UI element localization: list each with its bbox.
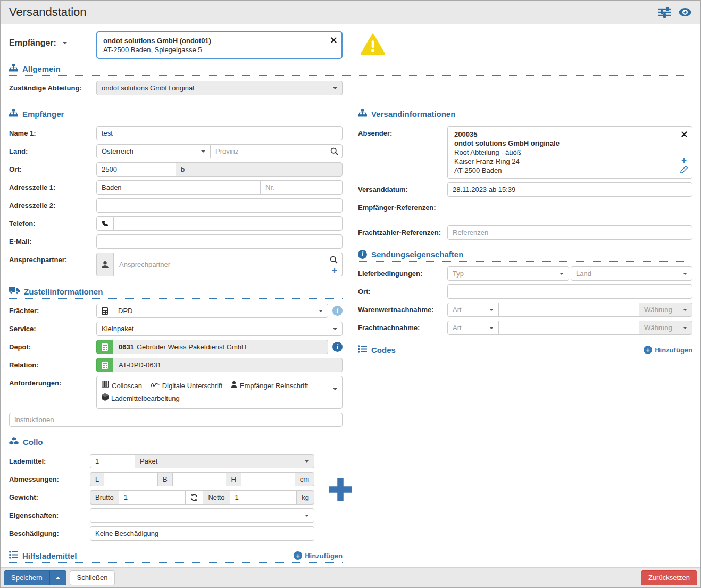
add-link-label: Hinzufügen xyxy=(655,346,692,354)
relation-label: Relation: xyxy=(9,358,96,372)
freight-cod-type-select[interactable]: Art xyxy=(447,321,499,335)
chevron-down-icon xyxy=(305,460,309,463)
country-select[interactable]: Österreich xyxy=(96,144,211,158)
art-placeholder: Art xyxy=(453,324,462,332)
chevron-down-icon xyxy=(683,309,687,311)
box-icon xyxy=(102,392,109,405)
add-contact-icon[interactable]: + xyxy=(332,266,337,275)
cubes-icon xyxy=(9,437,19,447)
recipient-label: Empfänger: xyxy=(9,38,56,48)
sender-street: Kaiser Franz-Ring 24 xyxy=(454,157,676,166)
footer-bar: Speichern Schließen Zurücksetzen xyxy=(1,567,700,587)
recipient-summary-box[interactable]: ondot solutions GmbH (ondot01) AT-2500 B… xyxy=(96,31,343,59)
goods-value-type-select[interactable]: Art xyxy=(447,303,499,317)
depot-code: 0631 xyxy=(119,343,134,351)
net-weight-input[interactable] xyxy=(230,490,297,505)
net-addon: Netto xyxy=(203,490,230,505)
terms-ort-input[interactable] xyxy=(447,284,692,299)
city-input[interactable] xyxy=(176,162,343,177)
requirements-multiselect[interactable]: Colloscan Digitale Unterschrift xyxy=(96,376,343,409)
recipient-address: AT-2500 Baden, Spiegelgasse 5 xyxy=(103,45,326,54)
province-input[interactable] xyxy=(210,144,343,158)
service-select[interactable]: Kleinpaket xyxy=(96,322,343,336)
delivery-terms-type-select[interactable]: Typ xyxy=(447,266,569,281)
width-addon: B xyxy=(157,472,173,486)
contact-label: Ansprechpartner: xyxy=(9,253,96,276)
carrier-label: Frächter: xyxy=(9,304,96,318)
sender-summary-box: 200035 ondot solutions GmbH originale Ro… xyxy=(447,126,692,179)
close-icon[interactable] xyxy=(331,37,337,45)
gross-weight-input[interactable] xyxy=(119,490,186,505)
calculator-icon xyxy=(96,304,113,318)
chevron-down-icon xyxy=(489,327,494,329)
phone-input[interactable] xyxy=(113,216,343,231)
department-select[interactable]: ondot solutions GmbH original xyxy=(96,81,343,95)
department-value: ondot solutions GmbH original xyxy=(102,84,194,92)
load-unit-type-select[interactable]: Paket xyxy=(135,454,314,468)
save-options-button[interactable] xyxy=(49,570,66,585)
info-icon[interactable]: i xyxy=(332,342,343,352)
freight-cod-amount-input[interactable] xyxy=(498,321,639,335)
info-icon: i xyxy=(358,250,367,259)
width-input[interactable] xyxy=(172,472,227,486)
carrier-select[interactable]: DPD xyxy=(113,304,328,318)
chevron-down-icon xyxy=(201,150,205,153)
eye-icon[interactable] xyxy=(678,7,692,17)
sliders-icon[interactable] xyxy=(658,7,672,18)
damage-label: Beschädigung: xyxy=(9,526,90,541)
requirement-item: Digitale Unterschrift xyxy=(151,380,222,392)
street-number-input[interactable] xyxy=(260,180,343,195)
service-value: Kleinpaket xyxy=(102,325,134,333)
section-empfaenger: Empfänger xyxy=(9,107,343,121)
gross-addon: Brutto xyxy=(90,490,119,505)
reset-button[interactable]: Zurücksetzen xyxy=(641,570,697,585)
search-icon[interactable] xyxy=(330,147,338,157)
email-input[interactable] xyxy=(96,234,343,249)
requirement-text: Digitale Unterschrift xyxy=(162,380,222,392)
info-icon[interactable]: i xyxy=(332,306,343,316)
name1-input[interactable] xyxy=(96,126,343,140)
properties-select[interactable] xyxy=(90,508,314,523)
close-button[interactable]: Schließen xyxy=(70,570,115,585)
goods-value-currency-select[interactable]: Währung xyxy=(639,303,692,317)
address2-input[interactable] xyxy=(96,198,343,213)
length-input[interactable] xyxy=(104,472,158,486)
requirement-item: Empfänger Reinschrift xyxy=(231,380,308,392)
recipient-references-label: Empfänger-Referenzen: xyxy=(358,200,447,222)
close-icon[interactable] xyxy=(681,131,687,139)
delivery-terms-country-select[interactable]: Land xyxy=(571,266,692,281)
height-input[interactable] xyxy=(241,472,295,486)
ship-date-input[interactable] xyxy=(447,182,692,197)
search-icon[interactable] xyxy=(330,256,338,265)
add-sender-icon[interactable]: + xyxy=(681,157,687,164)
payer-references-label: Frachtzahler-Referenzen: xyxy=(358,225,447,240)
save-button[interactable]: Speichern xyxy=(4,570,50,585)
height-addon: H xyxy=(226,472,241,486)
street-input[interactable] xyxy=(96,180,261,195)
country-placeholder: Land xyxy=(576,270,591,278)
instructions-input[interactable] xyxy=(9,413,343,427)
goods-value-amount-input[interactable] xyxy=(498,303,639,317)
damage-input[interactable] xyxy=(90,526,314,541)
add-code-link[interactable]: + Hinzufügen xyxy=(644,346,692,354)
section-title: Collo xyxy=(23,438,43,447)
edit-pencil-icon[interactable] xyxy=(680,166,688,175)
recipient-header-row: Empfänger: ondot solutions GmbH (ondot01… xyxy=(1,24,700,62)
payer-references-input[interactable] xyxy=(447,225,692,240)
recipient-mode-dropdown[interactable]: Empfänger: xyxy=(9,31,96,48)
kg-unit-addon: kg xyxy=(296,490,314,505)
add-collo-button[interactable] xyxy=(328,477,353,503)
requirement-item: Colloscan xyxy=(102,380,142,392)
section-title: Zustellinformationen xyxy=(24,287,103,296)
contact-input[interactable]: Ansprechpartner + xyxy=(114,253,343,276)
service-label: Service: xyxy=(9,322,96,336)
recipient-name: ondot solutions GmbH (ondot01) xyxy=(103,36,326,45)
load-unit-count-input[interactable] xyxy=(90,454,135,468)
zip-input[interactable] xyxy=(96,162,176,177)
currency-placeholder: Währung xyxy=(644,306,672,314)
add-hilfslademittel-link[interactable]: + Hinzufügen xyxy=(294,551,343,560)
freight-cod-currency-select[interactable]: Währung xyxy=(639,321,692,335)
chevron-down-icon xyxy=(305,515,309,517)
warning-icon xyxy=(361,33,385,57)
sync-weights-button[interactable] xyxy=(185,490,203,505)
